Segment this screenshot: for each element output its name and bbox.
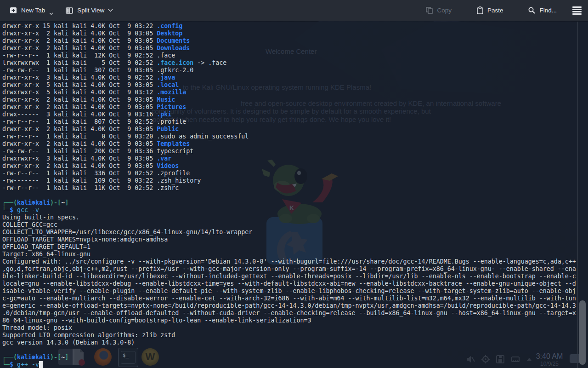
terminal-line: -rw-r--r-- 1 kali kali 12K Oct 9 02:52 .… [2, 52, 576, 59]
split-view-icon [65, 6, 74, 15]
terminal-line: lrwxrwxrwx 1 kali kali 5 Oct 9 02:52 .fa… [2, 59, 576, 67]
terminal-line: drwxrwxr-x 5 kali kali 4.0K Oct 9 03:12 … [2, 89, 576, 96]
terminal-line: drwx------ 3 kali kali 4.0K Oct 9 03:16 … [2, 111, 576, 118]
new-tab-label: New Tab [21, 7, 45, 14]
terminal-line: drwxr-xr-x 15 kali kali 4.0K Oct 9 03:22… [2, 23, 576, 30]
terminal-line: gcc version 14.3.0 (Debian 14.3.0-8) [2, 339, 576, 346]
terminal-line: drwxr-xr-x 5 kali kali 4.0K Oct 9 03:05 … [2, 81, 576, 89]
terminal-line: OFFLOAD_TARGET_DEFAULT=1 [2, 243, 576, 251]
terminal-output: drwxr-xr-x 15 kali kali 4.0K Oct 9 03:22… [2, 23, 576, 368]
terminal-line: -rw-r--r-- 1 kali kali 0 Oct 9 03:20 .su… [2, 133, 576, 140]
terminal-line: COLLECT_GCC=gcc [2, 221, 576, 229]
scrollbar-thumb[interactable] [579, 300, 586, 365]
terminal-line: drwxr-xr-x 2 kali kali 4.0K Oct 9 03:05 … [2, 140, 576, 148]
terminal-line: -rw------- 1 kali kali 109 Oct 9 03:22 .… [2, 177, 576, 184]
terminal-line: ┌──(kali⊛kali)-[~] [2, 199, 576, 207]
qterminal-window: New Tab Split View Copy [0, 0, 588, 368]
terminal-line: drwxr-xr-x 3 kali kali 4.0K Oct 9 02:52 … [2, 74, 576, 81]
terminal-line: -rw-r--r-- 1 kali kali 11K Oct 9 02:52 .… [2, 184, 576, 192]
paste-button[interactable]: Paste [474, 4, 506, 17]
terminal-line: drwxr-xr-x 2 kali kali 4.0K Oct 9 03:05 … [2, 162, 576, 170]
copy-label: Copy [437, 7, 452, 14]
terminal-line: ┌──(kali⊛kali)-[~] [2, 354, 576, 361]
terminal-line: COLLECT_LTO_WRAPPER=/usr/libexec/gcc/x86… [2, 229, 576, 236]
menu-hamburger-icon[interactable] [572, 6, 582, 15]
terminal-line: -rw-rw-r-- 1 kali kali 20K Oct 9 03:36 t… [2, 148, 576, 155]
terminal-line: drwxr-xr-x 2 kali kali 4.0K Oct 9 03:05 … [2, 37, 576, 45]
terminal-line: isable-vtable-verify --enable-plugin --e… [2, 288, 576, 295]
split-view-button[interactable]: Split View [62, 4, 116, 17]
split-view-label: Split View [77, 7, 104, 14]
terminal-line: drwxr-xr-x 2 kali kali 4.0K Oct 9 03:05 … [2, 126, 576, 133]
split-view-chevron-icon[interactable] [108, 9, 113, 12]
copy-button[interactable]: Copy [423, 4, 454, 17]
terminal-line: locale=gnu --enable-libstdcxx-debug --en… [2, 280, 576, 288]
terminal-line: c-gc=auto --enable-multiarch --disable-w… [2, 295, 576, 302]
new-tab-dropdown-chevron-icon[interactable] [49, 12, 53, 15]
terminal-line: drwxrwxr-x 3 kali kali 4.0K Oct 9 03:05 … [2, 155, 576, 162]
terminal-toolbar: New Tab Split View Copy [0, 0, 588, 21]
terminal-line: ble-linker-build-id --libexecdir=/usr/li… [2, 273, 576, 280]
terminal-line: └─$ gcc -v [2, 207, 576, 214]
terminal-line: Using built-in specs. [2, 214, 576, 221]
terminal-line: -rw-rw-r-- 1 kali kali 307 Oct 9 03:05 .… [2, 67, 576, 74]
terminal-line: ,go,d,fortran,objc,obj-c++,m2,rust --pre… [2, 265, 576, 273]
terminal-line: Supported LTO compression algorithms: zl… [2, 332, 576, 339]
scrollbar-track[interactable] [577, 22, 588, 368]
terminal-line: drwxr-xr-x 2 kali kali 4.0K Oct 9 03:05 … [2, 104, 576, 111]
terminal-line: Thread model: posix [2, 324, 576, 332]
terminal-line [2, 346, 576, 354]
terminal-line: OFFLOAD_TARGET_NAMES=nvptx-none:amdgcn-a… [2, 236, 576, 243]
new-tab-icon [9, 6, 17, 15]
terminal-line: e=generic --enable-offload-targets=nvptx… [2, 302, 576, 310]
terminal-line: Target: x86_64-linux-gnu [2, 251, 576, 258]
terminal-line: drwxr-xr-x 2 kali kali 4.0K Oct 9 03:05 … [2, 30, 576, 37]
paste-label: Paste [487, 7, 503, 14]
search-icon [528, 6, 536, 14]
terminal-line: -rw-r--r-- 1 kali kali 336 Oct 9 02:52 .… [2, 170, 576, 177]
terminal-viewport[interactable]: Welcome Center to the Kali GNU/Linux ope… [0, 22, 588, 368]
terminal-line: .0/debian/tmp-gcn/usr --enable-offload-d… [2, 310, 576, 317]
terminal-line: Configured with: ../src/configure -v --w… [2, 258, 576, 265]
find-button[interactable]: Find... [525, 4, 560, 17]
paste-icon [476, 6, 484, 15]
terminal-line: drwxr-xr-x 2 kali kali 4.0K Oct 9 03:05 … [2, 45, 576, 52]
terminal-line [2, 192, 576, 199]
terminal-line: 86_64-linux-gnu --with-build-config=boot… [2, 317, 576, 324]
copy-icon [425, 6, 433, 14]
terminal-line: -rw-r--r-- 1 kali kali 807 Oct 9 02:52 .… [2, 118, 576, 126]
find-label: Find... [539, 7, 557, 14]
terminal-line: drwxr-xr-x 2 kali kali 4.0K Oct 9 03:05 … [2, 96, 576, 104]
terminal-line: └─$ g++ -v [2, 361, 576, 368]
new-tab-button[interactable]: New Tab [6, 4, 56, 17]
